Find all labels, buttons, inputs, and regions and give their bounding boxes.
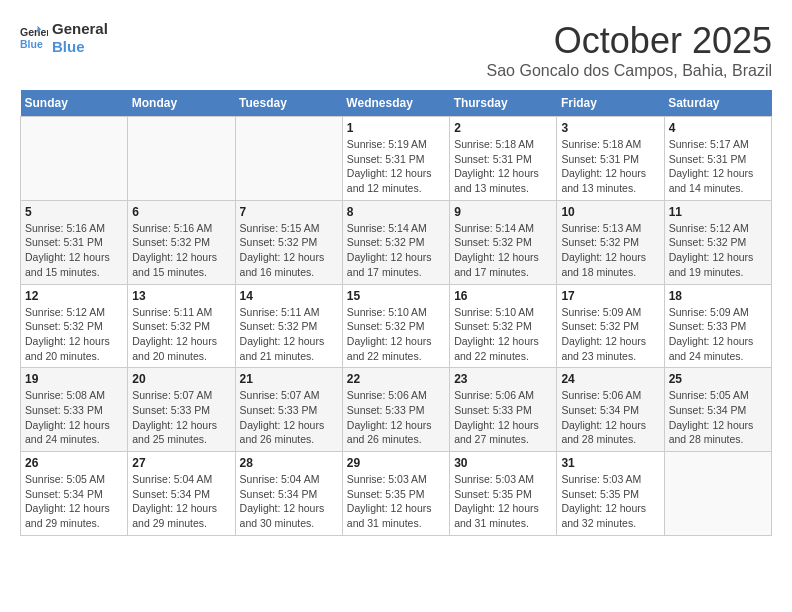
calendar-cell: 31Sunrise: 5:03 AM Sunset: 5:35 PM Dayli…: [557, 452, 664, 536]
calendar-week-2: 5Sunrise: 5:16 AM Sunset: 5:31 PM Daylig…: [21, 200, 772, 284]
day-info: Sunrise: 5:10 AM Sunset: 5:32 PM Dayligh…: [454, 305, 552, 364]
day-number: 22: [347, 372, 445, 386]
logo: General Blue General Blue: [20, 20, 108, 56]
calendar-cell: 10Sunrise: 5:13 AM Sunset: 5:32 PM Dayli…: [557, 200, 664, 284]
day-info: Sunrise: 5:10 AM Sunset: 5:32 PM Dayligh…: [347, 305, 445, 364]
day-number: 31: [561, 456, 659, 470]
day-info: Sunrise: 5:11 AM Sunset: 5:32 PM Dayligh…: [132, 305, 230, 364]
day-info: Sunrise: 5:09 AM Sunset: 5:33 PM Dayligh…: [669, 305, 767, 364]
calendar-cell: 6Sunrise: 5:16 AM Sunset: 5:32 PM Daylig…: [128, 200, 235, 284]
day-info: Sunrise: 5:11 AM Sunset: 5:32 PM Dayligh…: [240, 305, 338, 364]
day-info: Sunrise: 5:19 AM Sunset: 5:31 PM Dayligh…: [347, 137, 445, 196]
day-info: Sunrise: 5:07 AM Sunset: 5:33 PM Dayligh…: [132, 388, 230, 447]
title-block: October 2025 Sao Goncalo dos Campos, Bah…: [487, 20, 772, 80]
calendar-cell: 21Sunrise: 5:07 AM Sunset: 5:33 PM Dayli…: [235, 368, 342, 452]
day-number: 29: [347, 456, 445, 470]
day-number: 27: [132, 456, 230, 470]
day-info: Sunrise: 5:17 AM Sunset: 5:31 PM Dayligh…: [669, 137, 767, 196]
day-number: 3: [561, 121, 659, 135]
calendar-cell: 11Sunrise: 5:12 AM Sunset: 5:32 PM Dayli…: [664, 200, 771, 284]
day-info: Sunrise: 5:04 AM Sunset: 5:34 PM Dayligh…: [132, 472, 230, 531]
day-info: Sunrise: 5:13 AM Sunset: 5:32 PM Dayligh…: [561, 221, 659, 280]
weekday-header-sunday: Sunday: [21, 90, 128, 117]
day-number: 13: [132, 289, 230, 303]
day-info: Sunrise: 5:18 AM Sunset: 5:31 PM Dayligh…: [561, 137, 659, 196]
calendar-cell: 19Sunrise: 5:08 AM Sunset: 5:33 PM Dayli…: [21, 368, 128, 452]
day-info: Sunrise: 5:03 AM Sunset: 5:35 PM Dayligh…: [561, 472, 659, 531]
day-info: Sunrise: 5:05 AM Sunset: 5:34 PM Dayligh…: [669, 388, 767, 447]
day-info: Sunrise: 5:12 AM Sunset: 5:32 PM Dayligh…: [669, 221, 767, 280]
calendar-cell: [21, 117, 128, 201]
day-number: 23: [454, 372, 552, 386]
svg-text:General: General: [20, 26, 48, 38]
day-number: 30: [454, 456, 552, 470]
day-info: Sunrise: 5:09 AM Sunset: 5:32 PM Dayligh…: [561, 305, 659, 364]
day-number: 12: [25, 289, 123, 303]
month-title: October 2025: [487, 20, 772, 62]
day-info: Sunrise: 5:06 AM Sunset: 5:33 PM Dayligh…: [347, 388, 445, 447]
day-number: 17: [561, 289, 659, 303]
logo-line2: Blue: [52, 38, 108, 56]
calendar-cell: 12Sunrise: 5:12 AM Sunset: 5:32 PM Dayli…: [21, 284, 128, 368]
calendar-cell: 14Sunrise: 5:11 AM Sunset: 5:32 PM Dayli…: [235, 284, 342, 368]
calendar-week-3: 12Sunrise: 5:12 AM Sunset: 5:32 PM Dayli…: [21, 284, 772, 368]
logo-line1: General: [52, 20, 108, 38]
day-info: Sunrise: 5:06 AM Sunset: 5:34 PM Dayligh…: [561, 388, 659, 447]
day-number: 11: [669, 205, 767, 219]
day-info: Sunrise: 5:04 AM Sunset: 5:34 PM Dayligh…: [240, 472, 338, 531]
day-info: Sunrise: 5:08 AM Sunset: 5:33 PM Dayligh…: [25, 388, 123, 447]
weekday-header-thursday: Thursday: [450, 90, 557, 117]
day-info: Sunrise: 5:07 AM Sunset: 5:33 PM Dayligh…: [240, 388, 338, 447]
calendar-week-1: 1Sunrise: 5:19 AM Sunset: 5:31 PM Daylig…: [21, 117, 772, 201]
day-number: 14: [240, 289, 338, 303]
day-number: 10: [561, 205, 659, 219]
day-number: 25: [669, 372, 767, 386]
calendar-cell: 17Sunrise: 5:09 AM Sunset: 5:32 PM Dayli…: [557, 284, 664, 368]
day-number: 9: [454, 205, 552, 219]
day-number: 16: [454, 289, 552, 303]
calendar-cell: 5Sunrise: 5:16 AM Sunset: 5:31 PM Daylig…: [21, 200, 128, 284]
day-info: Sunrise: 5:18 AM Sunset: 5:31 PM Dayligh…: [454, 137, 552, 196]
calendar-cell: 3Sunrise: 5:18 AM Sunset: 5:31 PM Daylig…: [557, 117, 664, 201]
calendar-cell: [128, 117, 235, 201]
weekday-header-saturday: Saturday: [664, 90, 771, 117]
weekday-header-wednesday: Wednesday: [342, 90, 449, 117]
day-number: 2: [454, 121, 552, 135]
day-number: 15: [347, 289, 445, 303]
day-number: 4: [669, 121, 767, 135]
weekday-header-friday: Friday: [557, 90, 664, 117]
day-number: 18: [669, 289, 767, 303]
day-info: Sunrise: 5:16 AM Sunset: 5:31 PM Dayligh…: [25, 221, 123, 280]
day-number: 20: [132, 372, 230, 386]
day-number: 5: [25, 205, 123, 219]
calendar-cell: [235, 117, 342, 201]
day-info: Sunrise: 5:05 AM Sunset: 5:34 PM Dayligh…: [25, 472, 123, 531]
day-number: 28: [240, 456, 338, 470]
calendar-cell: 2Sunrise: 5:18 AM Sunset: 5:31 PM Daylig…: [450, 117, 557, 201]
calendar-cell: 15Sunrise: 5:10 AM Sunset: 5:32 PM Dayli…: [342, 284, 449, 368]
day-number: 7: [240, 205, 338, 219]
day-number: 1: [347, 121, 445, 135]
calendar-cell: 30Sunrise: 5:03 AM Sunset: 5:35 PM Dayli…: [450, 452, 557, 536]
calendar-cell: [664, 452, 771, 536]
calendar-cell: 27Sunrise: 5:04 AM Sunset: 5:34 PM Dayli…: [128, 452, 235, 536]
day-number: 8: [347, 205, 445, 219]
calendar-cell: 18Sunrise: 5:09 AM Sunset: 5:33 PM Dayli…: [664, 284, 771, 368]
page-header: General Blue General Blue October 2025 S…: [20, 20, 772, 80]
calendar-cell: 25Sunrise: 5:05 AM Sunset: 5:34 PM Dayli…: [664, 368, 771, 452]
calendar-week-4: 19Sunrise: 5:08 AM Sunset: 5:33 PM Dayli…: [21, 368, 772, 452]
day-number: 24: [561, 372, 659, 386]
day-number: 6: [132, 205, 230, 219]
calendar-cell: 28Sunrise: 5:04 AM Sunset: 5:34 PM Dayli…: [235, 452, 342, 536]
calendar-cell: 7Sunrise: 5:15 AM Sunset: 5:32 PM Daylig…: [235, 200, 342, 284]
day-info: Sunrise: 5:14 AM Sunset: 5:32 PM Dayligh…: [347, 221, 445, 280]
day-info: Sunrise: 5:12 AM Sunset: 5:32 PM Dayligh…: [25, 305, 123, 364]
calendar-cell: 13Sunrise: 5:11 AM Sunset: 5:32 PM Dayli…: [128, 284, 235, 368]
day-number: 19: [25, 372, 123, 386]
calendar-cell: 20Sunrise: 5:07 AM Sunset: 5:33 PM Dayli…: [128, 368, 235, 452]
location-title: Sao Goncalo dos Campos, Bahia, Brazil: [487, 62, 772, 80]
calendar-cell: 16Sunrise: 5:10 AM Sunset: 5:32 PM Dayli…: [450, 284, 557, 368]
calendar-cell: 9Sunrise: 5:14 AM Sunset: 5:32 PM Daylig…: [450, 200, 557, 284]
day-number: 21: [240, 372, 338, 386]
day-info: Sunrise: 5:03 AM Sunset: 5:35 PM Dayligh…: [347, 472, 445, 531]
